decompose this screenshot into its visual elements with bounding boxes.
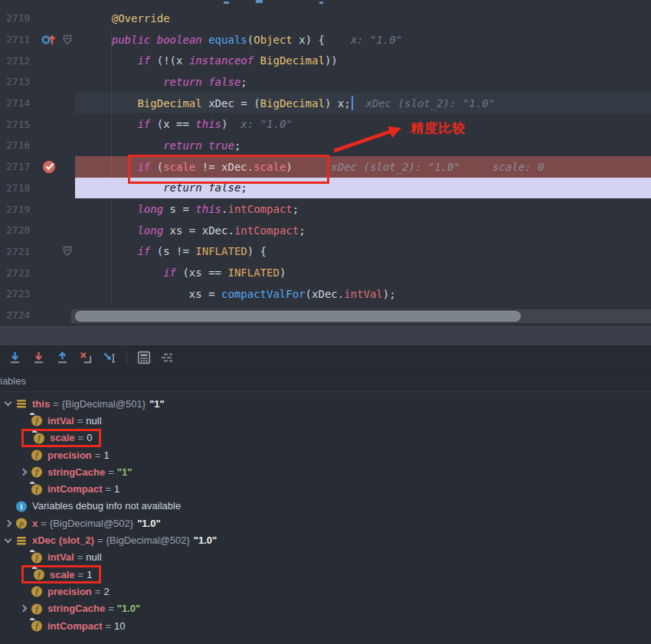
code-text[interactable]: return false; — [75, 178, 651, 199]
line-number[interactable]: 2721 — [0, 246, 35, 257]
line-number[interactable]: 2715 — [0, 119, 35, 130]
line-number[interactable]: 2714 — [0, 97, 35, 109]
code-line[interactable]: 2721 if (s != INFLATED) { — [0, 241, 651, 263]
line-number[interactable]: 2716 — [0, 139, 35, 151]
equals-sign: = — [103, 620, 115, 632]
line-number[interactable]: 2713 — [0, 76, 35, 87]
code-line[interactable]: 2713 return false; — [0, 71, 651, 93]
code-line[interactable]: 2710 @Override — [0, 8, 651, 29]
toolbar-separator — [126, 351, 127, 364]
code-text[interactable]: if (s != INFLATED) { — [75, 241, 651, 263]
code-token: Object — [254, 34, 293, 46]
code-text[interactable]: public boolean equals(Object x) {x: "1.0… — [75, 29, 651, 51]
variable-content: fprecision=2 — [31, 585, 110, 597]
code-text[interactable]: long xs = xDec.intCompact; — [75, 220, 651, 241]
code-text[interactable]: BigDecimal xDec = (BigDecimal) x;xDec (s… — [75, 93, 651, 114]
code-line[interactable]: 2714 BigDecimal xDec = (BigDecimal) x;xD… — [0, 93, 651, 114]
line-number[interactable]: 2711 — [0, 34, 35, 45]
method-entry-icon[interactable] — [35, 29, 63, 51]
variable-row[interactable]: px={BigDecimal@502}"1.0" — [0, 515, 651, 531]
chevron-right-icon[interactable] — [19, 468, 27, 476]
code-text[interactable]: if (scale != xDec.scale)xDec (slot_2): "… — [75, 156, 651, 178]
code-line[interactable]: 2720 long xs = xDec.intCompact; — [0, 220, 651, 241]
line-number[interactable]: 2720 — [0, 224, 35, 236]
variables-info-row[interactable]: iVariables debug info not available — [0, 498, 651, 515]
code-line[interactable]: 2711 public boolean equals(Object x) {x:… — [0, 29, 651, 51]
variables-panel-label: iables — [0, 375, 26, 387]
code-text[interactable]: @Override — [75, 8, 651, 29]
code-editor[interactable]: 2710 @Override2711 public boolean equals… — [0, 0, 651, 325]
fold-icon[interactable] — [63, 29, 75, 51]
chevron-right-icon[interactable] — [19, 605, 27, 613]
code-line[interactable]: 2717 if (scale != xDec.scale)xDec (slot_… — [0, 156, 651, 178]
variable-row[interactable]: xDec (slot_2)={BigDecimal@502}"1.0" — [0, 531, 651, 548]
run-to-cursor-icon[interactable] — [103, 351, 116, 364]
chevron-cell[interactable] — [15, 606, 31, 611]
code-text[interactable]: return true; — [75, 135, 651, 156]
variable-row[interactable]: fintCompact=10 — [0, 617, 651, 634]
code-line[interactable]: 2715 if (x == this)x: "1.0" — [0, 113, 651, 135]
code-token: return — [163, 76, 202, 88]
variable-row[interactable]: fprecision=1 — [0, 446, 651, 463]
code-line[interactable]: 2716 return true; — [0, 135, 651, 156]
line-number[interactable]: 2723 — [0, 288, 35, 299]
chevron-cell[interactable] — [0, 521, 15, 526]
drop-frame-icon[interactable] — [79, 351, 93, 364]
variable-row[interactable]: fprecision=2 — [0, 583, 651, 600]
code-text[interactable]: if (xs == INFLATED) — [75, 262, 651, 283]
chevron-cell[interactable] — [0, 402, 15, 405]
horizontal-scrollbar-track[interactable] — [71, 309, 651, 323]
breakpoint-icon[interactable] — [35, 156, 63, 178]
line-number[interactable]: 2712 — [0, 55, 35, 67]
code-token — [202, 34, 208, 46]
variable-row[interactable]: fintVal=null — [0, 412, 651, 429]
code-line[interactable]: 2719 long s = this.intCompact; — [0, 198, 651, 220]
line-number[interactable]: 2710 — [0, 12, 35, 24]
line-number[interactable]: 2722 — [0, 267, 35, 279]
code-text[interactable]: return false; — [75, 71, 651, 93]
chevron-cell[interactable] — [0, 539, 15, 542]
chevron-right-icon[interactable] — [4, 519, 11, 527]
code-token — [86, 161, 137, 173]
horizontal-scrollbar-thumb[interactable] — [75, 311, 521, 322]
editor-debugger-splitter[interactable] — [0, 325, 651, 345]
chevron-cell[interactable] — [15, 469, 31, 475]
force-step-into-icon[interactable] — [31, 351, 45, 364]
line-number[interactable]: 2724 — [0, 309, 35, 321]
code-text[interactable]: if (!(x instanceof BigDecimal)) — [75, 50, 651, 71]
code-text[interactable]: if (x == this)x: "1.0" — [75, 113, 651, 135]
evaluate-expression-icon[interactable] — [137, 351, 151, 364]
fold-icon[interactable] — [63, 241, 75, 263]
code-text[interactable]: xs = compactValFor(xDec.intVal); — [75, 283, 651, 305]
layout-settings-icon[interactable] — [161, 351, 175, 364]
variable-content: fintCompact=1 — [31, 483, 119, 495]
code-line[interactable]: 2712 if (!(x instanceof BigDecimal)) — [0, 50, 651, 71]
code-token: (x == — [150, 118, 195, 130]
fold-space — [63, 178, 75, 199]
line-number[interactable]: 2717 — [0, 161, 35, 172]
field-icon: f — [33, 432, 45, 444]
variable-row[interactable]: fintCompact=1 — [0, 480, 651, 497]
field-icon: f — [33, 568, 45, 580]
variable-row[interactable]: fintVal=null — [0, 549, 651, 566]
step-out-icon[interactable] — [55, 351, 69, 364]
code-line[interactable]: 2723 xs = compactValFor(xDec.intVal); — [0, 283, 651, 305]
chevron-down-icon[interactable] — [4, 535, 11, 543]
line-number[interactable]: 2718 — [0, 182, 35, 194]
gutter-space — [35, 305, 63, 325]
variable-content: fintVal=null — [31, 551, 102, 564]
variable-value: 1 — [103, 449, 109, 461]
object-reference: {BigDecimal@502} — [106, 534, 194, 546]
step-into-icon[interactable] — [8, 351, 21, 364]
variable-row[interactable]: fscale=0 — [0, 430, 651, 446]
variable-row[interactable]: fstringCache="1" — [0, 463, 651, 480]
code-line[interactable]: 2722 if (xs == INFLATED) — [0, 262, 651, 283]
code-line[interactable]: 2718 return false; — [0, 178, 651, 199]
line-number[interactable]: 2719 — [0, 204, 35, 215]
chevron-down-icon[interactable] — [4, 399, 11, 407]
code-text[interactable]: long s = this.intCompact; — [75, 198, 651, 220]
variable-row[interactable]: fstringCache="1.0" — [0, 600, 651, 617]
variable-row[interactable]: this={BigDecimal@501}"1" — [0, 395, 651, 412]
variable-row[interactable]: fscale=1 — [0, 566, 651, 583]
code-token: ) x; — [325, 97, 351, 110]
